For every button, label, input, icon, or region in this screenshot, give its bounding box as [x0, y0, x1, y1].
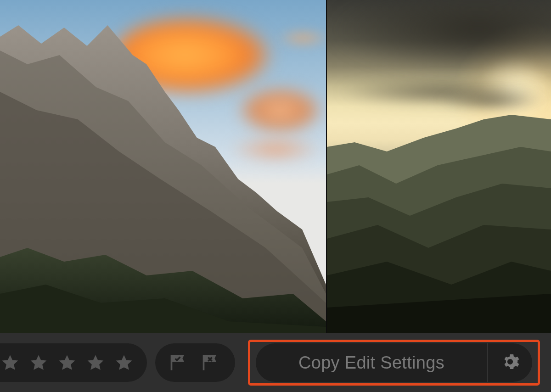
- photo-preview-left[interactable]: [0, 0, 327, 333]
- copy-edit-settings-button[interactable]: Copy Edit Settings: [256, 343, 488, 382]
- star-4[interactable]: [85, 353, 106, 373]
- copy-settings-options-button[interactable]: [488, 343, 532, 382]
- photo-preview-right[interactable]: [327, 0, 551, 333]
- star-3[interactable]: [57, 353, 77, 373]
- copy-settings-highlight: Copy Edit Settings: [248, 340, 540, 386]
- star-5[interactable]: [114, 353, 134, 373]
- star-2[interactable]: [28, 353, 49, 373]
- bottom-toolbar: Copy Edit Settings: [0, 333, 551, 392]
- copy-settings-group: Copy Edit Settings: [256, 343, 532, 382]
- star-1[interactable]: [0, 353, 20, 373]
- flag-pick-icon[interactable]: [168, 352, 190, 374]
- star-rating: [0, 343, 147, 382]
- gear-icon: [500, 352, 520, 373]
- flag-reject-icon[interactable]: [200, 352, 222, 374]
- flag-controls: [155, 343, 235, 382]
- compare-viewer: [0, 0, 551, 333]
